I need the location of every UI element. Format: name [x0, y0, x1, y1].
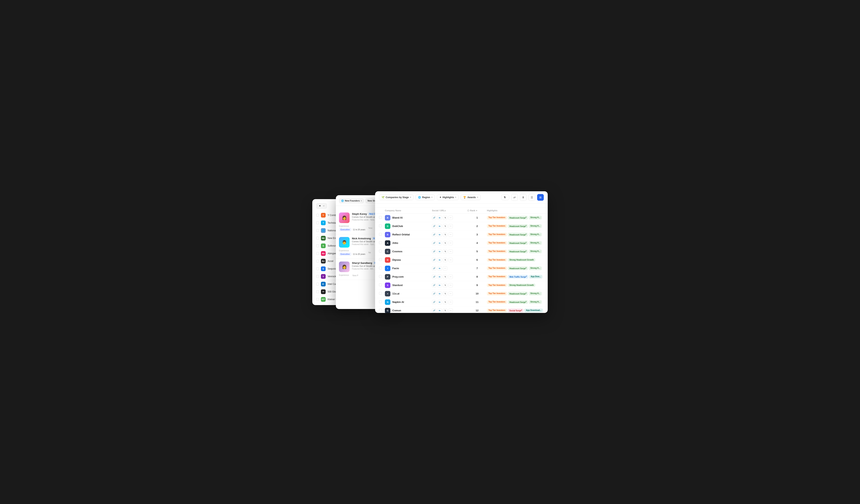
linkedin-icon[interactable]: in [438, 300, 442, 304]
linkedin-icon[interactable]: in [438, 224, 442, 228]
founder-subtitle: Comes Out of Stealth an... [352, 240, 377, 243]
row-checkbox[interactable] [379, 233, 382, 235]
twitter-icon[interactable]: 𝕏 [443, 275, 447, 279]
more-icon[interactable]: ··· [448, 275, 453, 279]
twitter-icon[interactable]: 𝕏 [443, 258, 447, 262]
table-row[interactable]: D Dipsea 🔗 in 𝕏 ··· 6 Top Tier Investors… [375, 256, 548, 264]
linkedin-icon[interactable]: in [438, 266, 442, 271]
table-row[interactable]: B Bland AI 🔗 in 𝕏 ··· 1 Top Tier Investo… [375, 214, 548, 222]
link-icon[interactable]: 🔗 [432, 291, 436, 296]
company-cell: S Stardust [385, 283, 432, 288]
linkedin-icon[interactable]: in [438, 275, 442, 279]
investor-checkbox[interactable] [316, 260, 319, 262]
more-icon[interactable]: ··· [443, 266, 447, 271]
row-checkbox[interactable] [379, 309, 382, 312]
more-icon[interactable]: ··· [448, 300, 453, 304]
table-row[interactable]: f Facio 🔗 in ··· 7 Top Tier InvestorsHea… [375, 264, 548, 273]
link-icon[interactable]: 🔗 [432, 232, 436, 237]
twitter-icon[interactable]: 𝕏 [443, 291, 447, 296]
highlight-badge: Top Tier Investors [487, 284, 507, 287]
row-checkbox[interactable] [379, 225, 382, 227]
investor-checkbox[interactable] [316, 268, 319, 270]
rank-col[interactable]: ⬡ Rank ▾ [467, 209, 487, 212]
more-icon[interactable]: ··· [448, 308, 453, 313]
more-icon[interactable]: ··· [448, 258, 453, 262]
twitter-icon[interactable]: 𝕏 [443, 216, 447, 220]
row-checkbox[interactable] [379, 250, 382, 253]
link-icon[interactable]: 🔗 [432, 266, 436, 271]
twitter-icon[interactable]: 𝕏 [443, 249, 447, 254]
table-row[interactable]: D DubClub 🔗 in 𝕏 ··· 2 Top Tier Investor… [375, 222, 548, 231]
table-row[interactable]: C Cosmos 🔗 in 𝕏 ··· 5 Top Tier Investors… [375, 247, 548, 256]
filters-button[interactable]: ⇅ [501, 195, 509, 200]
link-icon[interactable]: 🔗 [432, 258, 436, 262]
row-checkbox[interactable] [379, 241, 382, 244]
twitter-icon[interactable]: 𝕏 [443, 308, 447, 313]
link-icon[interactable]: 🔗 [432, 241, 436, 245]
more-icon[interactable]: ··· [448, 283, 453, 287]
link-icon[interactable]: 🔗 [432, 275, 436, 279]
table-row[interactable]: P Pray.com 🔗 in 𝕏 ··· 8 Top Tier Investo… [375, 273, 548, 281]
table-row[interactable]: N Napkin AI 🔗 in 𝕏 ··· 11 Top Tier Inves… [375, 298, 548, 306]
linkedin-icon[interactable]: in [438, 283, 442, 287]
twitter-icon[interactable]: 𝕏 [443, 224, 447, 228]
investor-checkbox[interactable] [316, 275, 319, 278]
row-checkbox[interactable] [379, 284, 382, 286]
investor-checkbox[interactable] [316, 298, 319, 301]
link-icon[interactable]: 🔗 [432, 224, 436, 228]
more-icon[interactable]: ··· [448, 224, 453, 228]
row-checkbox[interactable] [379, 292, 382, 295]
investor-checkbox[interactable] [316, 229, 319, 232]
twitter-icon[interactable]: 𝕏 [443, 241, 447, 245]
investor-checkbox[interactable] [316, 290, 319, 293]
row-checkbox[interactable] [379, 267, 382, 269]
linkedin-icon[interactable]: in [438, 232, 442, 237]
download-icon-button[interactable]: ⬇ [520, 194, 527, 201]
new-founders-chip[interactable]: 🌐 New Founders ▾ [339, 198, 364, 203]
row-checkbox[interactable] [379, 258, 382, 261]
row-checkbox[interactable] [379, 216, 382, 219]
awards-chip[interactable]: 🏆 Awards ▾ [461, 195, 481, 200]
table-row[interactable]: S Stardust 🔗 in 𝕏 ··· 9 Top Tier Investo… [375, 281, 548, 290]
investor-checkbox[interactable] [316, 214, 319, 217]
investor-checkbox[interactable] [316, 237, 319, 240]
table-row[interactable]: A Attio 🔗 in 𝕏 ··· 4 Top Tier InvestorsH… [375, 239, 548, 247]
linkedin-icon[interactable]: in [438, 291, 442, 296]
table-row[interactable]: R Reflect Orbital 🔗 in 𝕏 ··· 3 Top Tier … [375, 231, 548, 239]
highlights-chip[interactable]: ✦ Highlights ▾ [437, 195, 459, 200]
sort-icon-button[interactable]: ⇄ [511, 194, 518, 201]
link-icon[interactable]: 🔗 [432, 249, 436, 254]
table-row[interactable]: G Comun 🔗 in 𝕏 ··· 12 Top Tier Investors… [375, 306, 548, 313]
investor-checkbox[interactable] [316, 244, 319, 247]
more-icon[interactable]: ··· [448, 291, 453, 296]
highlights-dropdown[interactable]: ✦ ▾ [316, 203, 327, 209]
list-icon-button[interactable]: ☰ [529, 194, 535, 201]
twitter-icon[interactable]: 𝕏 [443, 300, 447, 304]
investor-checkbox[interactable] [316, 283, 319, 286]
row-checkbox[interactable] [379, 300, 382, 303]
more-icon[interactable]: ··· [448, 216, 453, 220]
link-icon[interactable]: 🔗 [432, 216, 436, 220]
more-icon[interactable]: ··· [448, 249, 453, 254]
rank-icon: ⬡ [467, 209, 469, 212]
investor-checkbox[interactable] [316, 221, 319, 224]
twitter-icon[interactable]: 𝕏 [443, 232, 447, 237]
more-icon[interactable]: ··· [448, 241, 453, 245]
region-chip[interactable]: 🌐 Region ▾ [415, 195, 435, 200]
twitter-icon[interactable]: 𝕏 [443, 283, 447, 287]
grid-icon-button[interactable]: ⊞ [537, 194, 544, 201]
stage-chip[interactable]: 🌱 Companies by Stage ▾ [379, 195, 414, 200]
link-icon[interactable]: 🔗 [432, 283, 436, 287]
investor-checkbox[interactable] [316, 252, 319, 255]
linkedin-icon[interactable]: in [438, 308, 442, 313]
linkedin-icon[interactable]: in [438, 216, 442, 220]
linkedin-icon[interactable]: in [438, 258, 442, 262]
linkedin-icon[interactable]: in [438, 241, 442, 245]
row-checkbox[interactable] [379, 275, 382, 278]
linkedin-icon[interactable]: in [438, 249, 442, 254]
link-icon[interactable]: 🔗 [432, 300, 436, 304]
investor-logo: S [321, 243, 326, 248]
link-icon[interactable]: 🔗 [432, 308, 436, 313]
table-row[interactable]: × 11x.ai 🔗 in 𝕏 ··· 10 Top Tier Investor… [375, 290, 548, 298]
more-icon[interactable]: ··· [448, 232, 453, 237]
